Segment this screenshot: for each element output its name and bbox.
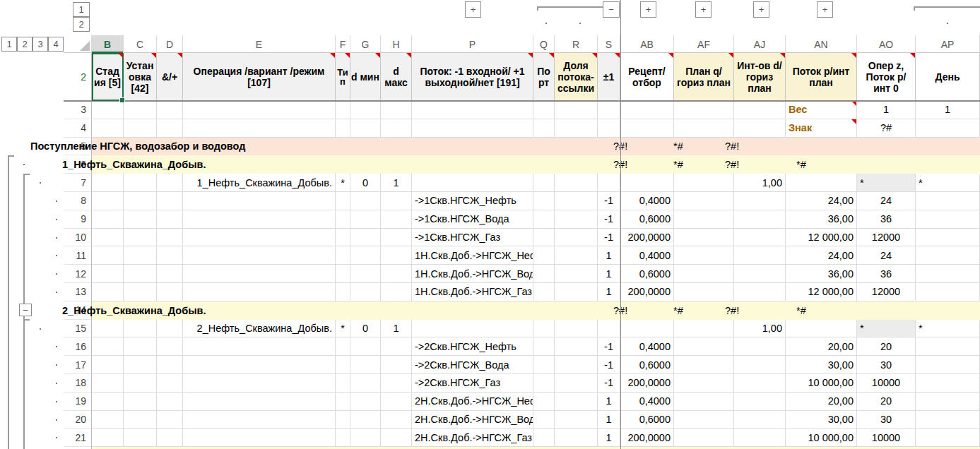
cell-AB12[interactable]: 0,6000 (620, 265, 674, 283)
cell-AJ6[interactable]: *# (673, 155, 683, 174)
cell-P3[interactable] (412, 101, 533, 119)
cell-Q20[interactable] (533, 411, 555, 429)
cell-AN5[interactable]: ?#! (725, 138, 739, 156)
cell-C4[interactable] (124, 119, 157, 138)
cell-R16[interactable] (555, 337, 598, 356)
cell-D15[interactable] (157, 320, 183, 338)
cell-P19[interactable]: 2Н.Скв.Доб.->НГСЖ_Нефть (412, 393, 533, 411)
column-header-P[interactable]: P (412, 35, 533, 53)
cell-AO19[interactable]: 20 (857, 393, 916, 411)
cell-AJ20[interactable] (734, 411, 786, 429)
cell-E17[interactable] (183, 356, 336, 374)
cell-Q7[interactable] (533, 174, 555, 192)
row-header-7[interactable]: 7 (64, 174, 92, 192)
cell-H17[interactable] (381, 356, 412, 374)
cell-F12[interactable] (336, 265, 350, 283)
cell-D4[interactable] (157, 119, 183, 138)
cell-D11[interactable] (157, 246, 183, 265)
column-header-F[interactable]: F (336, 35, 350, 53)
cell-AJ16[interactable] (734, 337, 786, 356)
cell-C11[interactable] (124, 246, 157, 265)
cell-E16[interactable] (183, 337, 336, 356)
cell-H7[interactable]: 1 (381, 174, 412, 192)
cell-E4[interactable] (183, 119, 336, 138)
cell-R10[interactable] (555, 229, 598, 247)
cell-H8[interactable] (381, 192, 412, 210)
cell-AB9[interactable]: 0,6000 (620, 210, 674, 229)
cell-D2[interactable]: &/+ (157, 53, 183, 101)
cell-B12[interactable] (92, 265, 124, 283)
cell-S9[interactable]: -1 (598, 210, 620, 229)
cell-B2[interactable]: Стадия [5] (92, 53, 124, 101)
row-outline-level-1-button[interactable]: 1 (1, 37, 17, 52)
cell-AN16[interactable]: 20,00 (786, 337, 857, 356)
cell-Q21[interactable] (533, 429, 555, 447)
row-header-15[interactable]: 15 (64, 320, 92, 338)
row-header-20[interactable]: 20 (64, 411, 92, 429)
cell-Q18[interactable] (533, 374, 555, 393)
cell-F8[interactable] (336, 192, 350, 210)
cell-Q15[interactable] (533, 320, 555, 338)
cell-AF17[interactable] (674, 356, 734, 374)
cell-S13[interactable]: 1 (598, 283, 620, 301)
cell-P15[interactable] (412, 320, 533, 338)
outline-expand-button-2[interactable]: + (640, 1, 656, 18)
cell-E12[interactable] (183, 265, 336, 283)
cell-P12[interactable]: 1Н.Скв.Доб.->НГСЖ_Вода (412, 265, 533, 283)
cell-C2[interactable]: Установка [42] (124, 53, 157, 101)
cell-AO3[interactable]: 1 (857, 101, 916, 119)
cell-F18[interactable] (336, 374, 350, 393)
cell-S2[interactable]: ±1 (598, 53, 620, 101)
cell-AP13[interactable] (916, 283, 980, 301)
cell-Q16[interactable] (533, 337, 555, 356)
cell-G13[interactable] (350, 283, 381, 301)
cell-P10[interactable]: ->1Скв.НГСЖ_Газ (412, 229, 533, 247)
cell-R8[interactable] (555, 192, 598, 210)
column-header-AB[interactable]: AB (620, 35, 674, 53)
cell-AB19[interactable]: 0,4000 (620, 393, 674, 411)
cell-G17[interactable] (350, 356, 381, 374)
cell-AB21[interactable]: 200,0000 (620, 429, 674, 447)
cell-AO12[interactable]: 36 (857, 265, 916, 283)
cell-D9[interactable] (157, 210, 183, 229)
cell-AP12[interactable] (916, 265, 980, 283)
cell-E18[interactable] (183, 374, 336, 393)
cell-S12[interactable]: 1 (598, 265, 620, 283)
cell-AO8[interactable]: 24 (857, 192, 916, 210)
row-header-8[interactable]: 8 (64, 192, 92, 210)
cell-C10[interactable] (124, 229, 157, 247)
cell-AN20[interactable]: 30,00 (786, 411, 857, 429)
cell-AF2[interactable]: План q/гориз план (674, 53, 734, 101)
column-outline-level-1-button[interactable]: 1 (73, 2, 90, 17)
cell-AN9[interactable]: 36,00 (786, 210, 857, 229)
cell-AB4[interactable] (620, 119, 674, 138)
cell-AF10[interactable] (674, 229, 734, 247)
column-header-R[interactable]: R (555, 35, 598, 53)
cell-F20[interactable] (336, 411, 350, 429)
cell-AP10[interactable] (916, 229, 980, 247)
column-outline-level-2-button[interactable]: 2 (73, 17, 90, 32)
select-all-corner[interactable] (64, 35, 92, 53)
cell-B5[interactable]: Поступление НГСЖ, водозабор и водовод (30, 138, 245, 156)
cell-C12[interactable] (124, 265, 157, 283)
cell-AF3[interactable] (674, 101, 734, 119)
cell-F21[interactable] (336, 429, 350, 447)
cell-Q19[interactable] (533, 393, 555, 411)
cell-B19[interactable] (92, 393, 124, 411)
cell-E3[interactable] (183, 101, 336, 119)
column-header-AP[interactable]: AP (916, 35, 980, 53)
cell-S21[interactable]: 1 (598, 429, 620, 447)
cell-Q9[interactable] (533, 210, 555, 229)
cell-AP9[interactable] (916, 210, 980, 229)
cell-E19[interactable] (183, 393, 336, 411)
cell-D3[interactable] (157, 101, 183, 119)
cell-G10[interactable] (350, 229, 381, 247)
cell-H9[interactable] (381, 210, 412, 229)
row-header-19[interactable]: 19 (64, 393, 92, 411)
cell-H11[interactable] (381, 246, 412, 265)
cell-F10[interactable] (336, 229, 350, 247)
cell-AB18[interactable]: 200,0000 (620, 374, 674, 393)
cell-E15[interactable]: 2_Нефть_Скважина_Добыв. (183, 320, 336, 338)
cell-D16[interactable] (157, 337, 183, 356)
cell-AB10[interactable]: 200,0000 (620, 229, 674, 247)
